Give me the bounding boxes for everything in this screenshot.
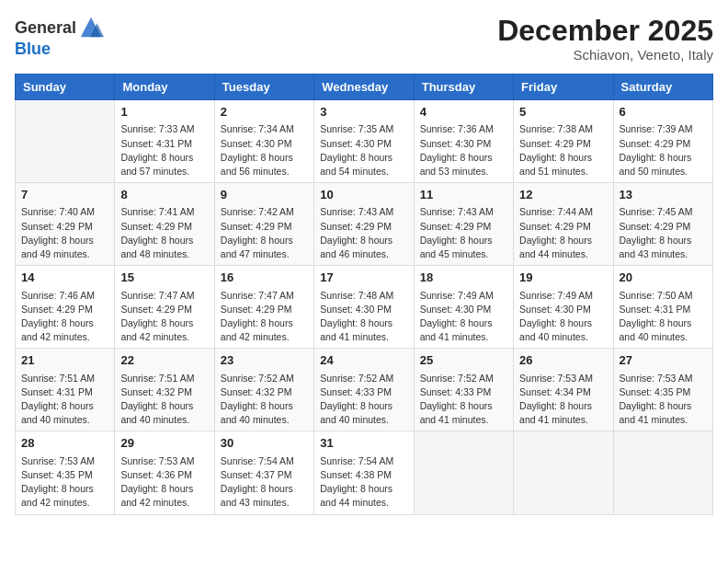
calendar-cell: 10Sunrise: 7:43 AM Sunset: 4:29 PM Dayli…	[314, 183, 414, 266]
calendar-cell	[16, 100, 115, 183]
calendar-cell: 13Sunrise: 7:45 AM Sunset: 4:29 PM Dayli…	[613, 183, 712, 266]
day-number: 2	[221, 104, 308, 121]
calendar-cell: 20Sunrise: 7:50 AM Sunset: 4:31 PM Dayli…	[613, 266, 712, 349]
day-number: 21	[21, 352, 108, 369]
calendar-cell: 26Sunrise: 7:53 AM Sunset: 4:34 PM Dayli…	[514, 349, 613, 431]
day-info: Sunrise: 7:42 AM Sunset: 4:29 PM Dayligh…	[221, 205, 308, 261]
day-number: 3	[320, 104, 407, 121]
calendar-cell: 17Sunrise: 7:48 AM Sunset: 4:30 PM Dayli…	[314, 266, 414, 349]
day-info: Sunrise: 7:43 AM Sunset: 4:29 PM Dayligh…	[320, 205, 407, 261]
day-info: Sunrise: 7:49 AM Sunset: 4:30 PM Dayligh…	[519, 289, 607, 345]
day-info: Sunrise: 7:44 AM Sunset: 4:29 PM Dayligh…	[519, 205, 607, 261]
day-number: 25	[420, 352, 507, 369]
day-info: Sunrise: 7:35 AM Sunset: 4:30 PM Dayligh…	[320, 122, 407, 178]
day-number: 29	[120, 435, 208, 452]
day-info: Sunrise: 7:52 AM Sunset: 4:32 PM Dayligh…	[221, 372, 308, 428]
day-info: Sunrise: 7:38 AM Sunset: 4:29 PM Dayligh…	[519, 122, 607, 178]
calendar-cell: 23Sunrise: 7:52 AM Sunset: 4:32 PM Dayli…	[214, 349, 313, 431]
calendar-cell: 3Sunrise: 7:35 AM Sunset: 4:30 PM Daylig…	[314, 100, 414, 183]
day-number: 30	[221, 435, 308, 452]
day-number: 26	[519, 352, 607, 369]
day-number: 19	[519, 270, 607, 286]
day-info: Sunrise: 7:36 AM Sunset: 4:30 PM Dayligh…	[420, 122, 507, 178]
day-info: Sunrise: 7:47 AM Sunset: 4:29 PM Dayligh…	[221, 289, 308, 345]
calendar-cell: 15Sunrise: 7:47 AM Sunset: 4:29 PM Dayli…	[115, 266, 214, 349]
calendar-cell: 4Sunrise: 7:36 AM Sunset: 4:30 PM Daylig…	[414, 100, 513, 183]
day-info: Sunrise: 7:52 AM Sunset: 4:33 PM Dayligh…	[420, 372, 507, 428]
calendar-cell: 16Sunrise: 7:47 AM Sunset: 4:29 PM Dayli…	[214, 266, 313, 349]
day-info: Sunrise: 7:47 AM Sunset: 4:29 PM Dayligh…	[120, 289, 208, 345]
day-info: Sunrise: 7:34 AM Sunset: 4:30 PM Dayligh…	[221, 122, 308, 178]
weekday-header-wednesday: Wednesday	[314, 75, 414, 100]
location: Schiavon, Veneto, Italy	[497, 47, 713, 63]
logo-icon	[78, 15, 104, 40]
day-number: 11	[420, 187, 507, 203]
weekday-header-row: SundayMondayTuesdayWednesdayThursdayFrid…	[16, 75, 713, 100]
calendar-cell: 24Sunrise: 7:52 AM Sunset: 4:33 PM Dayli…	[314, 349, 414, 431]
day-info: Sunrise: 7:45 AM Sunset: 4:29 PM Dayligh…	[620, 205, 707, 261]
page-header: General Blue December 2025 Schiavon, Ven…	[15, 15, 713, 63]
logo-general: General	[15, 19, 76, 36]
day-info: Sunrise: 7:53 AM Sunset: 4:35 PM Dayligh…	[21, 454, 108, 511]
weekday-header-saturday: Saturday	[613, 75, 712, 100]
calendar-cell	[613, 431, 712, 514]
calendar-cell: 19Sunrise: 7:49 AM Sunset: 4:30 PM Dayli…	[514, 266, 613, 349]
day-info: Sunrise: 7:39 AM Sunset: 4:29 PM Dayligh…	[620, 122, 707, 178]
logo: General Blue	[15, 15, 104, 58]
day-info: Sunrise: 7:33 AM Sunset: 4:31 PM Dayligh…	[120, 122, 208, 178]
logo-blue: Blue	[15, 40, 51, 58]
week-row-2: 7Sunrise: 7:40 AM Sunset: 4:29 PM Daylig…	[16, 183, 713, 266]
month-year: December 2025	[497, 15, 713, 47]
day-info: Sunrise: 7:53 AM Sunset: 4:36 PM Dayligh…	[120, 454, 208, 511]
weekday-header-sunday: Sunday	[16, 75, 115, 100]
day-info: Sunrise: 7:50 AM Sunset: 4:31 PM Dayligh…	[620, 289, 707, 345]
week-row-5: 28Sunrise: 7:53 AM Sunset: 4:35 PM Dayli…	[16, 431, 713, 514]
day-number: 13	[620, 187, 707, 203]
day-number: 15	[120, 270, 208, 286]
week-row-3: 14Sunrise: 7:46 AM Sunset: 4:29 PM Dayli…	[16, 266, 713, 349]
title-block: December 2025 Schiavon, Veneto, Italy	[497, 15, 713, 63]
calendar-cell: 25Sunrise: 7:52 AM Sunset: 4:33 PM Dayli…	[414, 349, 513, 431]
day-info: Sunrise: 7:54 AM Sunset: 4:37 PM Dayligh…	[221, 454, 308, 511]
calendar-cell: 12Sunrise: 7:44 AM Sunset: 4:29 PM Dayli…	[514, 183, 613, 266]
day-info: Sunrise: 7:48 AM Sunset: 4:30 PM Dayligh…	[320, 289, 407, 345]
calendar-cell: 6Sunrise: 7:39 AM Sunset: 4:29 PM Daylig…	[613, 100, 712, 183]
weekday-header-thursday: Thursday	[414, 75, 513, 100]
day-number: 5	[519, 104, 607, 121]
day-number: 12	[519, 187, 607, 203]
calendar-cell: 2Sunrise: 7:34 AM Sunset: 4:30 PM Daylig…	[214, 100, 313, 183]
calendar-cell: 30Sunrise: 7:54 AM Sunset: 4:37 PM Dayli…	[214, 431, 313, 514]
day-number: 20	[620, 270, 707, 286]
calendar-cell: 11Sunrise: 7:43 AM Sunset: 4:29 PM Dayli…	[414, 183, 513, 266]
day-info: Sunrise: 7:41 AM Sunset: 4:29 PM Dayligh…	[120, 205, 208, 261]
day-info: Sunrise: 7:53 AM Sunset: 4:34 PM Dayligh…	[519, 372, 607, 428]
day-info: Sunrise: 7:54 AM Sunset: 4:38 PM Dayligh…	[320, 454, 407, 511]
calendar-cell: 29Sunrise: 7:53 AM Sunset: 4:36 PM Dayli…	[115, 431, 214, 514]
calendar-cell: 7Sunrise: 7:40 AM Sunset: 4:29 PM Daylig…	[16, 183, 115, 266]
calendar-cell: 8Sunrise: 7:41 AM Sunset: 4:29 PM Daylig…	[115, 183, 214, 266]
calendar-cell: 14Sunrise: 7:46 AM Sunset: 4:29 PM Dayli…	[16, 266, 115, 349]
calendar-cell	[414, 431, 513, 514]
weekday-header-friday: Friday	[514, 75, 613, 100]
day-number: 27	[620, 352, 707, 369]
day-number: 1	[120, 104, 208, 121]
day-info: Sunrise: 7:43 AM Sunset: 4:29 PM Dayligh…	[420, 205, 507, 261]
day-number: 24	[320, 352, 407, 369]
calendar-cell: 21Sunrise: 7:51 AM Sunset: 4:31 PM Dayli…	[16, 349, 115, 431]
day-number: 9	[221, 187, 308, 203]
day-number: 4	[420, 104, 507, 121]
calendar-cell: 5Sunrise: 7:38 AM Sunset: 4:29 PM Daylig…	[514, 100, 613, 183]
day-number: 7	[21, 187, 108, 203]
calendar-table: SundayMondayTuesdayWednesdayThursdayFrid…	[15, 74, 713, 514]
week-row-4: 21Sunrise: 7:51 AM Sunset: 4:31 PM Dayli…	[16, 349, 713, 431]
day-info: Sunrise: 7:46 AM Sunset: 4:29 PM Dayligh…	[21, 289, 108, 345]
week-row-1: 1Sunrise: 7:33 AM Sunset: 4:31 PM Daylig…	[16, 100, 713, 183]
weekday-header-monday: Monday	[115, 75, 214, 100]
day-number: 10	[320, 187, 407, 203]
calendar-cell: 27Sunrise: 7:53 AM Sunset: 4:35 PM Dayli…	[613, 349, 712, 431]
day-info: Sunrise: 7:40 AM Sunset: 4:29 PM Dayligh…	[21, 205, 108, 261]
day-number: 8	[120, 187, 208, 203]
calendar-cell: 28Sunrise: 7:53 AM Sunset: 4:35 PM Dayli…	[16, 431, 115, 514]
day-info: Sunrise: 7:49 AM Sunset: 4:30 PM Dayligh…	[420, 289, 507, 345]
calendar-cell: 18Sunrise: 7:49 AM Sunset: 4:30 PM Dayli…	[414, 266, 513, 349]
